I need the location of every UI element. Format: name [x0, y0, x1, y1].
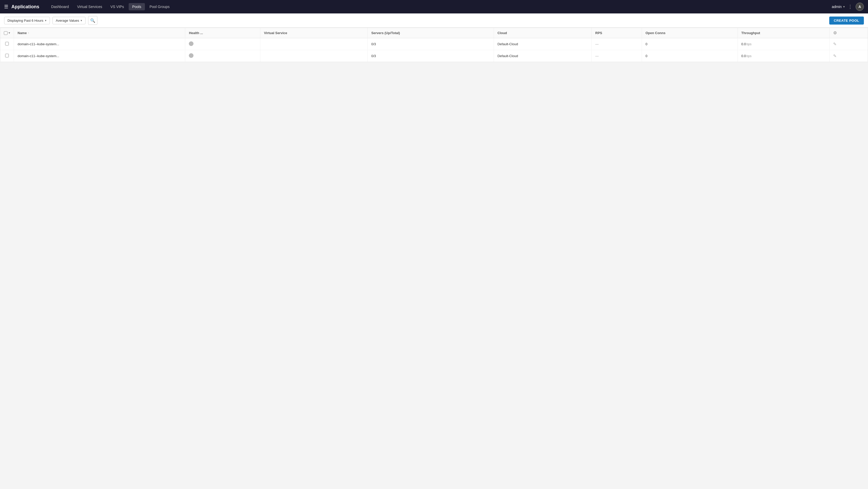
row-2-cloud: Default-Cloud	[498, 54, 518, 58]
nav-item-virtual-services[interactable]: Virtual Services	[74, 3, 106, 10]
row-2-name-cell: domain-c11--kube-system...	[14, 50, 185, 62]
time-filter-dropdown[interactable]: Displaying Past 6 Hours ▾	[4, 17, 50, 24]
search-button[interactable]: 🔍	[88, 16, 97, 25]
create-pool-button[interactable]: CREATE POOL	[829, 17, 864, 25]
row-1-servers: 0/3	[371, 42, 376, 46]
row-1-virtual-service-cell	[260, 38, 368, 50]
user-label: admin	[832, 5, 842, 9]
row-2-throughput-cell: 0.0bps	[738, 50, 830, 62]
row-1-throughput-value: 0.0	[741, 42, 746, 46]
pools-table-container: ▾ Name ↑ Health ... Virtual Service Serv…	[0, 28, 868, 62]
row-1-actions-cell: ✎	[830, 38, 868, 50]
pools-table: ▾ Name ↑ Health ... Virtual Service Serv…	[0, 28, 868, 62]
th-actions: ⚙	[830, 28, 868, 38]
time-filter-chevron-icon: ▾	[45, 19, 46, 22]
row-2-virtual-service-cell	[260, 50, 368, 62]
th-open-conns-label: Open Conns	[646, 31, 665, 35]
row-1-open-conns-cell: 0	[642, 38, 738, 50]
more-options-icon[interactable]: ⋮	[848, 4, 852, 9]
th-throughput: Throughput	[738, 28, 830, 38]
row-1-cloud: Default-Cloud	[498, 42, 518, 46]
row-2-select-cell	[0, 50, 14, 62]
table-body: domain-c11--kube-system... 0/3 Default-C…	[0, 38, 868, 62]
nav-item-pools[interactable]: Pools	[129, 3, 145, 10]
column-settings-icon[interactable]: ⚙	[833, 31, 837, 35]
row-2-checkbox[interactable]	[5, 54, 9, 57]
row-2-health-cell	[185, 50, 260, 62]
row-2-rps: —	[595, 54, 598, 58]
nav-item-vs-vips[interactable]: VS VIPs	[107, 3, 128, 10]
time-filter-label: Displaying Past 6 Hours	[7, 19, 43, 23]
th-name-label: Name	[18, 31, 27, 35]
row-2-actions-cell: ✎	[830, 50, 868, 62]
row-2-edit-icon[interactable]: ✎	[833, 54, 836, 58]
toolbar: Displaying Past 6 Hours ▾ Average Values…	[0, 13, 868, 28]
row-2-open-conns-cell: 0	[642, 50, 738, 62]
row-1-name-cell: domain-c11--kube-system...	[14, 38, 185, 50]
th-cloud: Cloud	[494, 28, 592, 38]
search-icon: 🔍	[90, 18, 95, 23]
row-2-throughput-unit: bps	[747, 54, 751, 58]
table-row: domain-c11--kube-system... 0/3 Default-C…	[0, 50, 868, 62]
th-open-conns: Open Conns	[642, 28, 738, 38]
row-2-servers: 0/3	[371, 54, 376, 58]
avg-filter-label: Average Values	[56, 19, 79, 23]
row-1-select-cell	[0, 38, 14, 50]
row-1-health-dot	[189, 41, 193, 46]
th-select-all: ▾	[0, 28, 14, 38]
table-header: ▾ Name ↑ Health ... Virtual Service Serv…	[0, 28, 868, 38]
row-1-throughput-unit: bps	[747, 42, 751, 46]
row-1-rps: —	[595, 42, 598, 46]
row-1-cloud-cell: Default-Cloud	[494, 38, 592, 50]
navbar-right: admin ▾ ⋮ A	[832, 3, 864, 11]
app-brand: Applications	[11, 4, 39, 9]
navbar: ☰ Applications Dashboard Virtual Service…	[0, 0, 868, 13]
th-health-label: Health ...	[189, 31, 203, 35]
th-servers: Servers (Up/Total)	[368, 28, 494, 38]
th-throughput-label: Throughput	[741, 31, 760, 35]
row-1-health-cell	[185, 38, 260, 50]
nav-menu: Dashboard Virtual Services VS VIPs Pools…	[48, 3, 832, 10]
table-row: domain-c11--kube-system... 0/3 Default-C…	[0, 38, 868, 50]
avatar[interactable]: A	[856, 3, 864, 11]
row-1-throughput-cell: 0.0bps	[738, 38, 830, 50]
nav-item-pool-groups[interactable]: Pool Groups	[146, 3, 173, 10]
th-rps: RPS	[592, 28, 642, 38]
th-virtual-service-label: Virtual Service	[264, 31, 287, 35]
th-servers-label: Servers (Up/Total)	[371, 31, 400, 35]
select-all-chevron-icon[interactable]: ▾	[8, 31, 10, 35]
th-cloud-label: Cloud	[498, 31, 507, 35]
row-2-open-conns: 0	[646, 54, 647, 58]
row-1-open-conns: 0	[646, 42, 647, 46]
row-2-servers-cell: 0/3	[368, 50, 494, 62]
row-1-checkbox[interactable]	[5, 42, 9, 45]
th-virtual-service: Virtual Service	[260, 28, 368, 38]
th-health: Health ...	[185, 28, 260, 38]
menu-icon[interactable]: ☰	[4, 4, 8, 9]
sort-asc-icon[interactable]: ↑	[28, 32, 29, 34]
nav-item-dashboard[interactable]: Dashboard	[48, 3, 72, 10]
row-2-health-dot	[189, 53, 193, 58]
row-1-name[interactable]: domain-c11--kube-system...	[18, 42, 59, 46]
row-1-rps-cell: —	[592, 38, 642, 50]
avg-filter-dropdown[interactable]: Average Values ▾	[53, 17, 86, 24]
th-rps-label: RPS	[595, 31, 602, 35]
row-1-servers-cell: 0/3	[368, 38, 494, 50]
row-2-throughput-value: 0.0	[741, 54, 746, 58]
row-2-name[interactable]: domain-c11--kube-system...	[18, 54, 59, 58]
th-name: Name ↑	[14, 28, 185, 38]
row-2-cloud-cell: Default-Cloud	[494, 50, 592, 62]
user-menu[interactable]: admin ▾	[832, 5, 845, 9]
user-chevron-icon: ▾	[843, 5, 845, 8]
row-2-rps-cell: —	[592, 50, 642, 62]
select-all-checkbox[interactable]	[4, 31, 7, 35]
avg-filter-chevron-icon: ▾	[81, 19, 82, 22]
row-1-edit-icon[interactable]: ✎	[833, 42, 836, 46]
